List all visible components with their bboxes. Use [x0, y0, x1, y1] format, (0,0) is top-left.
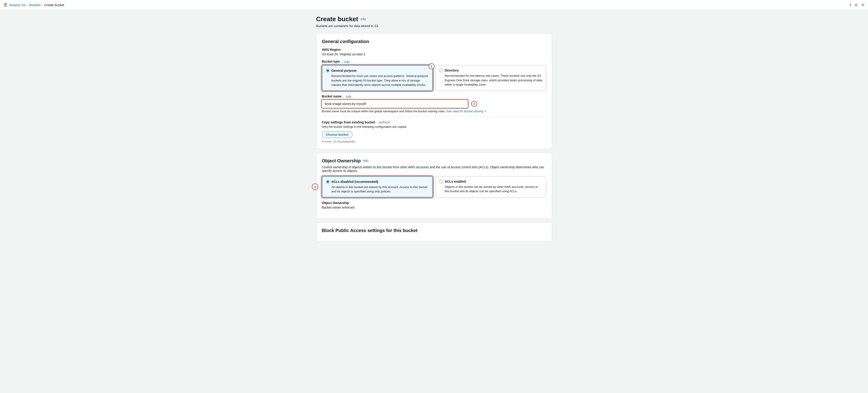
page-title-info-link[interactable]: Info	[361, 17, 366, 21]
hamburger-icon[interactable]: ☰	[4, 2, 7, 7]
bucket-type-info-link[interactable]: Info	[344, 60, 350, 64]
radio-card-directory[interactable]: Directory Recommended for low-latency us…	[435, 65, 546, 91]
radio-desc-general: Recommended for most use cases and acces…	[326, 74, 429, 87]
settings-nav-icon[interactable]: ⚙	[861, 3, 864, 7]
radio-general-purpose[interactable]	[326, 69, 330, 72]
radio-label-general: General purpose	[332, 69, 357, 72]
general-config-title: General configuration	[322, 39, 546, 44]
top-nav: ☰ Amazon S3 › Buckets › Create bucket ℹ …	[0, 0, 868, 10]
breadcrumb-sep-1: ›	[27, 3, 28, 7]
radio-label-directory: Directory	[445, 68, 459, 72]
radio-acls-disabled[interactable]	[326, 180, 330, 183]
copy-settings-label: Copy settings from existing bucket	[322, 120, 375, 124]
breadcrumb: Amazon S3 › Buckets › Create bucket	[9, 3, 64, 7]
block-public-title: Block Public Access settings for this bu…	[322, 228, 546, 233]
nav-right: ℹ ⊞ ⚙	[849, 3, 864, 7]
object-ownership-title: Object Ownership	[322, 158, 361, 163]
breadcrumb-sep-2: ›	[42, 3, 43, 7]
aws-region-label: AWS Region	[322, 48, 546, 52]
radio-card-acls-disabled[interactable]: ACLs disabled (recommended) All objects …	[322, 176, 433, 198]
radio-card-acls-enabled[interactable]: ACLs enabled Objects in this bucket can …	[435, 176, 546, 198]
object-ownership-info-link[interactable]: Info	[363, 159, 368, 162]
radio-header-general: General purpose	[326, 69, 429, 72]
radio-directory[interactable]	[439, 68, 443, 72]
breadcrumb-current: Create bucket	[44, 3, 64, 7]
radio-header-directory: Directory	[439, 68, 542, 72]
page-title: Create bucket	[316, 16, 358, 23]
aws-region-value: US East (N. Virginia) us-east-1	[322, 52, 546, 56]
bucket-name-label: Bucket name	[322, 94, 342, 98]
copy-settings-title-row: Copy settings from existing bucket - opt…	[322, 120, 546, 124]
bucket-type-label-row: Bucket type | Info	[322, 60, 546, 64]
divider-1	[322, 117, 546, 117]
radio-desc-acls-disabled: All objects in this bucket are owned by …	[326, 185, 429, 194]
radio-desc-acls-enabled: Objects in this bucket can be owned by o…	[439, 185, 542, 193]
format-hint: Format: s3://bucket/prefix	[322, 140, 546, 143]
ownership-field-label: Object Ownership	[322, 201, 546, 205]
radio-label-acls-disabled: ACLs disabled (recommended)	[332, 180, 378, 183]
radio-header-acls-enabled: ACLs enabled	[439, 180, 542, 183]
radio-acls-enabled[interactable]	[439, 180, 443, 183]
page-subtitle: Buckets are containers for data stored i…	[316, 24, 552, 28]
copy-settings-optional: - optional	[377, 120, 390, 124]
bucket-name-row: 2	[322, 100, 546, 108]
ownership-field: Object Ownership Bucket owner enforced	[322, 201, 546, 209]
page-content: Create bucket Info Buckets are container…	[309, 10, 559, 246]
object-ownership-panel: Object Ownership Info Control ownership …	[316, 153, 552, 219]
radio-label-acls-enabled: ACLs enabled	[445, 180, 466, 183]
bucket-name-helper: Bucket name must be unique within the gl…	[322, 110, 546, 113]
bucket-type-label: Bucket type	[322, 60, 340, 63]
step-badge-1: 1	[429, 63, 435, 69]
breadcrumb-s3-link[interactable]: Amazon S3	[9, 3, 26, 7]
grid-nav-icon[interactable]: ⊞	[855, 3, 858, 7]
copy-settings-desc: Only the bucket settings in the followin…	[322, 125, 546, 128]
step-badge-2: 2	[471, 101, 477, 107]
nav-left: ☰ Amazon S3 › Buckets › Create bucket	[4, 2, 64, 7]
choose-bucket-button[interactable]: Choose bucket	[322, 131, 352, 138]
ownership-field-value: Bucket owner enforced	[322, 206, 546, 209]
step-badge-3: 3	[312, 183, 318, 190]
breadcrumb-buckets-link[interactable]: Buckets	[29, 3, 40, 7]
bucket-type-options: 1 General purpose Recommended for most u…	[322, 65, 546, 91]
page-title-row: Create bucket Info	[316, 16, 552, 23]
info-nav-icon[interactable]: ℹ	[849, 3, 851, 7]
copy-settings-section: Copy settings from existing bucket - opt…	[322, 120, 546, 143]
radio-desc-directory: Recommended for low-latency use cases. T…	[439, 73, 542, 87]
radio-card-general-purpose[interactable]: 1 General purpose Recommended for most u…	[322, 65, 433, 91]
bucket-naming-rules-link[interactable]: See rules for bucket naming ↗	[446, 110, 487, 113]
bucket-name-info-link[interactable]: Info	[346, 95, 351, 99]
bucket-name-label-row: Bucket name | Info	[322, 94, 546, 99]
ownership-desc: Control ownership of objects written to …	[322, 165, 546, 173]
radio-header-acls-disabled: ACLs disabled (recommended)	[326, 180, 429, 183]
block-public-panel: Block Public Access settings for this bu…	[316, 222, 552, 240]
bucket-name-input[interactable]	[322, 100, 468, 108]
general-config-panel: General configuration AWS Region US East…	[316, 33, 552, 149]
ownership-options: 3 ACLs disabled (recommended) All object…	[322, 176, 546, 198]
